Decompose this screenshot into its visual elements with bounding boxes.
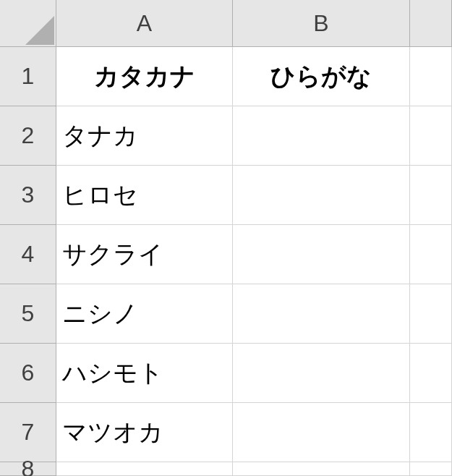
row-header-7[interactable]: 7 [0, 403, 56, 462]
cell-C3-partial[interactable] [410, 166, 452, 225]
cell-C4-partial[interactable] [410, 225, 452, 284]
cell-C5-partial[interactable] [410, 284, 452, 344]
cell-A5[interactable]: ニシノ [56, 284, 233, 344]
row-header-8[interactable]: 8 [0, 462, 56, 476]
cell-A2[interactable]: タナカ [56, 106, 233, 166]
cell-A1[interactable]: カタカナ [56, 47, 233, 106]
cell-B7[interactable] [233, 403, 410, 462]
row-header-6[interactable]: 6 [0, 344, 56, 403]
row-header-4[interactable]: 4 [0, 225, 56, 284]
cell-B6[interactable] [233, 344, 410, 403]
select-all-triangle-icon [25, 16, 54, 45]
cell-C1-partial[interactable] [410, 47, 452, 106]
select-all-corner[interactable] [0, 0, 56, 47]
cell-B2[interactable] [233, 106, 410, 166]
row-header-2[interactable]: 2 [0, 106, 56, 166]
cell-A3[interactable]: ヒロセ [56, 166, 233, 225]
row-header-3[interactable]: 3 [0, 166, 56, 225]
cell-A7[interactable]: マツオカ [56, 403, 233, 462]
row-header-1[interactable]: 1 [0, 47, 56, 106]
cell-A4[interactable]: サクライ [56, 225, 233, 284]
cell-B5[interactable] [233, 284, 410, 344]
svg-marker-0 [25, 16, 54, 45]
column-header-B[interactable]: B [233, 0, 410, 47]
cell-C6-partial[interactable] [410, 344, 452, 403]
cell-A6[interactable]: ハシモト [56, 344, 233, 403]
cell-B1[interactable]: ひらがな [233, 47, 410, 106]
cell-B4[interactable] [233, 225, 410, 284]
spreadsheet-grid[interactable]: A B 1 カタカナ ひらがな 2 タナカ 3 ヒロセ 4 サクライ 5 ニシノ… [0, 0, 452, 476]
column-header-partial[interactable] [410, 0, 452, 47]
cell-B8[interactable] [233, 462, 410, 476]
cell-C2-partial[interactable] [410, 106, 452, 166]
cell-C8-partial[interactable] [410, 462, 452, 476]
cell-C7-partial[interactable] [410, 403, 452, 462]
cell-A8[interactable] [56, 462, 233, 476]
cell-B3[interactable] [233, 166, 410, 225]
column-header-A[interactable]: A [56, 0, 233, 47]
row-header-5[interactable]: 5 [0, 284, 56, 344]
